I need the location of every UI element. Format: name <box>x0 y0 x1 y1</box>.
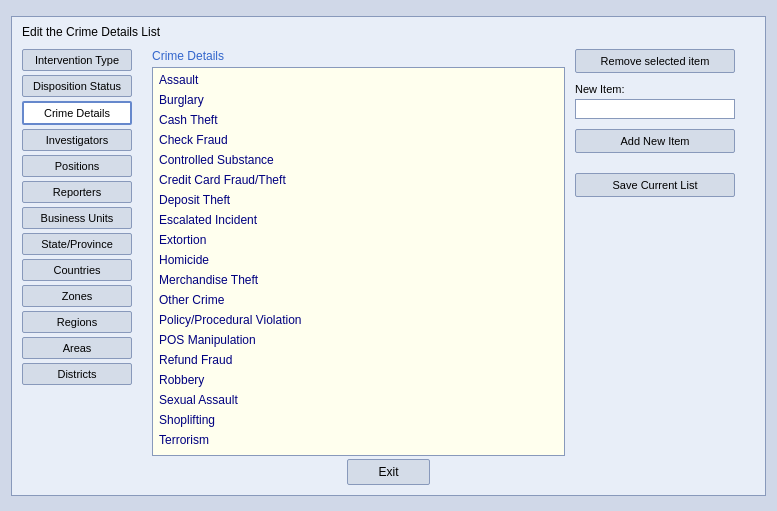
list-item[interactable]: Other Crime <box>157 290 560 310</box>
list-item[interactable]: Terrorism <box>157 430 560 450</box>
sidebar-item-crime-details[interactable]: Crime Details <box>22 101 132 125</box>
sidebar-item-intervention-type[interactable]: Intervention Type <box>22 49 132 71</box>
add-new-item-button[interactable]: Add New Item <box>575 129 735 153</box>
edit-dialog: Edit the Crime Details List Intervention… <box>11 16 766 496</box>
list-item[interactable]: Homicide <box>157 250 560 270</box>
sidebar-item-districts[interactable]: Districts <box>22 363 132 385</box>
dialog-title: Edit the Crime Details List <box>22 25 755 39</box>
sidebar-item-positions[interactable]: Positions <box>22 155 132 177</box>
left-panel: Intervention TypeDisposition StatusCrime… <box>22 49 142 456</box>
sidebar-item-zones[interactable]: Zones <box>22 285 132 307</box>
list-item[interactable]: Escalated Incident <box>157 210 560 230</box>
remove-selected-button[interactable]: Remove selected item <box>575 49 735 73</box>
sidebar-item-investigators[interactable]: Investigators <box>22 129 132 151</box>
list-item[interactable]: Policy/Procedural Violation <box>157 310 560 330</box>
list-item[interactable]: Credit Card Fraud/Theft <box>157 170 560 190</box>
new-item-section: New Item: <box>575 83 755 119</box>
sidebar-item-disposition-status[interactable]: Disposition Status <box>22 75 132 97</box>
list-item[interactable]: Extortion <box>157 230 560 250</box>
list-item[interactable]: Burglary <box>157 90 560 110</box>
list-item[interactable]: Assault <box>157 70 560 90</box>
right-panel: Remove selected item New Item: Add New I… <box>575 49 755 456</box>
list-item[interactable]: Check Fraud <box>157 130 560 150</box>
sidebar-item-regions[interactable]: Regions <box>22 311 132 333</box>
list-item[interactable]: Refund Fraud <box>157 350 560 370</box>
footer: Exit <box>12 459 765 485</box>
list-item[interactable]: Cash Theft <box>157 110 560 130</box>
list-label: Crime Details <box>152 49 565 63</box>
exit-button[interactable]: Exit <box>347 459 429 485</box>
save-current-list-button[interactable]: Save Current List <box>575 173 735 197</box>
list-item[interactable]: Robbery <box>157 370 560 390</box>
sidebar-item-reporters[interactable]: Reporters <box>22 181 132 203</box>
list-item[interactable]: Merchandise Theft <box>157 270 560 290</box>
dialog-body: Intervention TypeDisposition StatusCrime… <box>22 49 755 456</box>
crime-details-list[interactable]: AssaultBurglaryCash TheftCheck FraudCont… <box>152 67 565 456</box>
list-item[interactable]: Controlled Substance <box>157 150 560 170</box>
sidebar-item-state-province[interactable]: State/Province <box>22 233 132 255</box>
new-item-input[interactable] <box>575 99 735 119</box>
sidebar-item-business-units[interactable]: Business Units <box>22 207 132 229</box>
new-item-label: New Item: <box>575 83 755 95</box>
list-item[interactable]: POS Manipulation <box>157 330 560 350</box>
center-panel: Crime Details AssaultBurglaryCash TheftC… <box>152 49 565 456</box>
list-item[interactable]: Shoplifting <box>157 410 560 430</box>
list-item[interactable]: Deposit Theft <box>157 190 560 210</box>
list-item[interactable]: Sexual Assault <box>157 390 560 410</box>
sidebar-item-areas[interactable]: Areas <box>22 337 132 359</box>
sidebar-item-countries[interactable]: Countries <box>22 259 132 281</box>
